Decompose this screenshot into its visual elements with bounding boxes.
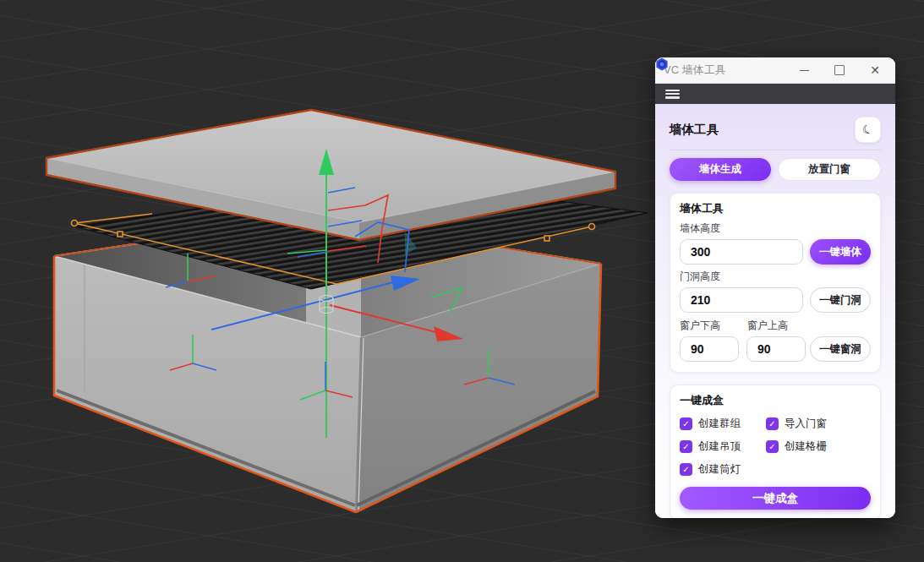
header-divider: [670, 150, 881, 150]
window-titlebar[interactable]: VC 墙体工具 ✕: [655, 57, 895, 84]
tab-wall-generate[interactable]: 墙体生成: [670, 158, 771, 181]
hexagon-logo-icon: [655, 57, 669, 71]
maximize-icon[interactable]: [833, 63, 846, 77]
window-title: VC 墙体工具: [664, 63, 797, 78]
close-icon[interactable]: ✕: [868, 63, 882, 77]
checkbox-icon: ✓: [680, 463, 692, 476]
wall-tools-card: 墙体工具 墙体高度 一键墙体 门洞高度 一键门洞 窗户下高 窗户上高: [670, 193, 881, 373]
checkbox-import-doors-windows[interactable]: ✓ 导入门窗: [766, 417, 871, 431]
checkbox-icon: ✓: [766, 440, 779, 453]
checkbox-icon: ✓: [680, 417, 692, 430]
app-root: VC 墙体工具 ✕ 墙体工具 ☾ 墙体生成 放置门窗: [0, 0, 924, 562]
panel-content: 墙体工具 ☾ 墙体生成 放置门窗 墙体工具 墙体高度 一键墙体 门洞高度: [655, 104, 895, 518]
checkbox-grid: ✓ 创建群组 ✓ 导入门窗 ✓ 创建吊顶 ✓ 创建格栅: [680, 417, 871, 477]
one-click-box-card: 一键成盒 ✓ 创建群组 ✓ 导入门窗 ✓ 创建吊顶 ✓: [670, 385, 881, 518]
wall-height-label: 墙体高度: [680, 221, 871, 236]
window-menubar: [655, 84, 895, 104]
one-click-box-button[interactable]: 一键成盒: [680, 487, 871, 510]
make-window-opening-button[interactable]: 一键窗洞: [810, 336, 871, 362]
wall-height-input[interactable]: [680, 239, 803, 265]
page-title: 墙体工具: [670, 122, 719, 138]
hamburger-menu-icon[interactable]: [665, 90, 680, 99]
checkbox-create-grille[interactable]: ✓ 创建格栅: [766, 439, 871, 454]
door-height-input[interactable]: [680, 287, 803, 313]
card-title: 墙体工具: [680, 201, 871, 216]
window-sill-label: 窗户下高: [680, 319, 747, 333]
card-title: 一键成盒: [680, 393, 871, 408]
tool-window: VC 墙体工具 ✕ 墙体工具 ☾ 墙体生成 放置门窗: [655, 57, 895, 518]
window-head-label: 窗户上高: [747, 319, 815, 333]
checkbox-icon: ✓: [680, 440, 692, 453]
checkbox-icon: ✓: [766, 417, 779, 430]
checkbox-create-group[interactable]: ✓ 创建群组: [680, 417, 766, 431]
make-wall-button[interactable]: 一键墙体: [810, 239, 871, 265]
theme-toggle-button[interactable]: ☾: [855, 117, 881, 143]
window-head-input[interactable]: [746, 336, 806, 362]
tab-place-doors-windows[interactable]: 放置门窗: [778, 158, 881, 181]
window-sill-input[interactable]: [680, 336, 739, 362]
minimize-icon[interactable]: [797, 63, 811, 77]
checkbox-create-downlight[interactable]: ✓ 创建筒灯: [680, 462, 766, 477]
moon-icon: ☾: [861, 122, 874, 136]
door-height-label: 门洞高度: [680, 270, 871, 284]
tab-bar: 墙体生成 放置门窗: [670, 158, 881, 181]
make-door-opening-button[interactable]: 一键门洞: [810, 287, 871, 313]
checkbox-create-ceiling[interactable]: ✓ 创建吊顶: [680, 439, 766, 454]
